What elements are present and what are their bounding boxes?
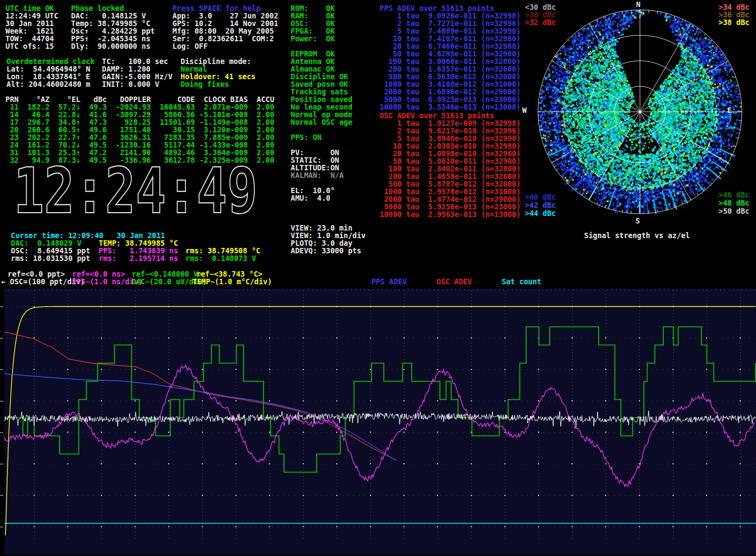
pps-panel: PPS: ON PV: ONSTATIC: ONALTITUDE:ONKALMA… (291, 133, 344, 202)
pps-line: ALTITUDE:ON (291, 164, 344, 171)
pps-line: EL: 10.0° (291, 187, 344, 194)
pps-line: STATIC: ON (291, 156, 344, 164)
sat-table-row: 20 260.6 60.5↑ 49.6 1751.48 30.15 3.120e… (5, 126, 274, 133)
plot-scale-label: PPS ADEV (371, 278, 407, 285)
help-line: Ser: 0.82362611 COM:2 (172, 35, 278, 42)
adev-row: 10000 tau 2.9563e-013 (n=13000) (380, 210, 521, 218)
sat-table-row: 23 202.2 22.7↑ 47.6 3626.31 7183.35 7.88… (5, 133, 274, 141)
pps-line (291, 141, 344, 149)
adev-row: 1000 tau 3.4108e-012 (n=31000) (380, 80, 521, 88)
sat-table-row: 17 296.7 34.8↑ 47.3 928.25 11501.69 -1.1… (5, 118, 274, 126)
view-panel: VIEW: 23.0 minVIEW: 1.0 min/divPLOTQ: 3.… (291, 224, 366, 254)
adev-row: 2000 tau 1.4774e-012 (n=29000) (380, 195, 521, 203)
adev-row: 200 tau 1.6357e-011 (n=32600) (380, 65, 521, 73)
strip-chart-plot[interactable] (0, 289, 756, 556)
help-line: Log: OFF (172, 42, 278, 50)
phase-line: Dly: 90.000000 ns (71, 42, 155, 50)
cursor-row: rms: 18.031530 ppt (11, 254, 90, 262)
phase-line: Temp: 38.749985 °C (71, 20, 155, 27)
sat-table-row: 24 161.2 70.2↓ 49.5 -1230.16 5117.44 -1.… (5, 141, 274, 149)
phase-line: Osc↑ 4.284229 ppt (71, 27, 155, 35)
receiver-row: Alt: 204.46002480 m (7, 80, 90, 88)
receiver-row: Lon: 18.4337841° E (7, 73, 90, 80)
adev-row: 10000 tau 3.5346e-013 (n=13000) (380, 103, 521, 111)
status-line: Discipline OK (291, 73, 353, 80)
receiver-row: Lat: 54.4964948° N (7, 65, 90, 73)
sat-table-row: 31 101.3 25.3↑ 47.2 2141.90 4892.46 3.36… (5, 149, 274, 156)
pps-adev-panel: PPS ADEV over 51613 points 1 tau 9.0926e… (380, 4, 521, 111)
adev-row: 20 tau 6.7466e-011 (n=32960) (380, 42, 521, 50)
receiver-row: INIT: 0.000 V (102, 80, 159, 88)
osc-adev-title: OSC ADEV over 51613 points (380, 112, 521, 119)
utc-line: UTC ofs: 15 (5, 42, 59, 50)
health-line: OSC: OK (291, 20, 335, 27)
adev-row: 50 tau 4.6295e-011 (n=32900) (380, 50, 521, 57)
adev-row: 1 tau 9.0926e-011 (n=32998) (380, 12, 521, 20)
plot-scale-label: Sat count (502, 278, 541, 285)
phase-line: DAC: 0.148125 V (71, 12, 155, 20)
health-line: Power: OK (291, 35, 335, 42)
adev-row: 2 tau 9.6217e-010 (n=32996) (380, 127, 521, 135)
adev-row: 5 tau 3.8948e-010 (n=32990) (380, 135, 521, 142)
polar-caption: Signal strength vs az/el (584, 232, 690, 239)
lady-heather-screen: UTC time OK 12:24:49 UTC30 Jan 2011Week:… (0, 0, 756, 556)
adev-row: 500 tau 6.5630e-012 (n=32000) (380, 73, 521, 80)
cursor-time-title: Cursor time: 12:09:40 30 Jan 2011 (11, 232, 165, 239)
help-panel: Press SPACE for help App: 3.0 27 Jun 200… (172, 4, 278, 50)
cursor-row: rms: 0.148073 V (185, 254, 256, 262)
help-line: Mfg: 08:00 20 May 2005 (172, 27, 278, 35)
adev-row: 10 tau 2.0303e-010 (n=32980) (380, 142, 521, 150)
plot-scale-label: TEMP~(1.0 m°C/div) (193, 278, 272, 285)
adev-row: 10 tau 7.4107e-011 (n=32980) (380, 35, 521, 42)
pps-line (291, 179, 344, 187)
plot-ref-label: ref=<0.0 ppt> (8, 270, 65, 278)
utc-line: 30 Jan 2011 (5, 20, 59, 27)
adev-row: 200 tau 1.4659e-011 (n=32600) (380, 172, 521, 180)
health-line: FPGA: OK (291, 27, 335, 35)
receiver-row: Overdetermined clock (7, 57, 95, 65)
status-line: Antenna OK (291, 57, 353, 65)
health-line: ROM: OK (291, 4, 335, 12)
help-line: GPS: 10.2 14 Nov 2001 (172, 20, 278, 27)
compass-south-label: S (636, 217, 640, 225)
pps-line: AMU: 4.0 (291, 194, 344, 202)
adev-row: 500 tau 5.8787e-012 (n=32000) (380, 180, 521, 188)
view-line: VIEW: 1.0 min/div (291, 232, 366, 239)
receiver-row: GAIN:-5.000 Hz/V (102, 73, 172, 80)
adev-row: 5000 tau 6.9923e-013 (n=23000) (380, 95, 521, 103)
pps-adev-title: PPS ADEV over 51613 points (380, 4, 521, 12)
utc-line: TOW: 44704 (5, 35, 59, 42)
compass-east-label: E (727, 106, 732, 114)
health-line: RAM: OK (291, 12, 335, 20)
adev-row: 1 tau 1.9127e-009 (n=32998) (380, 119, 521, 127)
receiver-row: Holdover: 41 secs (181, 73, 255, 80)
help-panel-title: Press SPACE for help (172, 4, 278, 12)
cursor-row: DAC: 0.148029 V (11, 239, 81, 247)
sat-table-header: PRN °AZ °EL dBc DOPPLER CODE CLOCK BIAS … (5, 95, 274, 103)
big-clock-digits: 12:24:49 (14, 163, 258, 222)
utc-panel: UTC time OK 12:24:49 UTC30 Jan 2011Week:… (5, 4, 59, 50)
plot-ref-label: ref=<0.0 ns> (72, 270, 125, 278)
status-line: Saved posn OK (291, 80, 353, 88)
status-line: Almanac OK (291, 65, 353, 73)
cursor-row: PPS: 1.743639 ns (99, 247, 178, 254)
pps-line: KALMAN: N/A (291, 171, 344, 179)
phase-line: PPS↑ -2.045345 ns (71, 35, 155, 42)
utc-panel-title: UTC time OK (5, 4, 59, 12)
cursor-row: rms: 2.195714 ns (99, 254, 178, 262)
satellite-table: PRN °AZ °EL dBc DOPPLER CODE CLOCK BIAS … (5, 95, 274, 164)
status-line: Normal op mode (291, 111, 353, 118)
receiver-row: TC: 100.0 sec (102, 57, 168, 65)
adev-row: 20 tau 1.0898e-010 (n=32960) (380, 150, 521, 157)
help-line: App: 3.0 27 Jun 2002 (172, 12, 278, 20)
plot-ref-label: ref~<0.148060 V> (132, 270, 202, 278)
adev-row: 100 tau 2.8402e-011 (n=32800) (380, 165, 521, 172)
pps-line: PPS: ON (291, 133, 344, 141)
adev-row: 50 tau 5.0610e-011 (n=32900) (380, 157, 521, 165)
cursor-row: TEMP: 38.749985 °C (99, 239, 178, 247)
receiver-row: Discipline mode: (181, 57, 251, 65)
compass-north-label: N (636, 1, 640, 8)
view-line: VIEW: 23.0 min (291, 224, 366, 232)
utc-line: Week: 1621 (5, 27, 59, 35)
status-line: No leap second (291, 103, 353, 111)
